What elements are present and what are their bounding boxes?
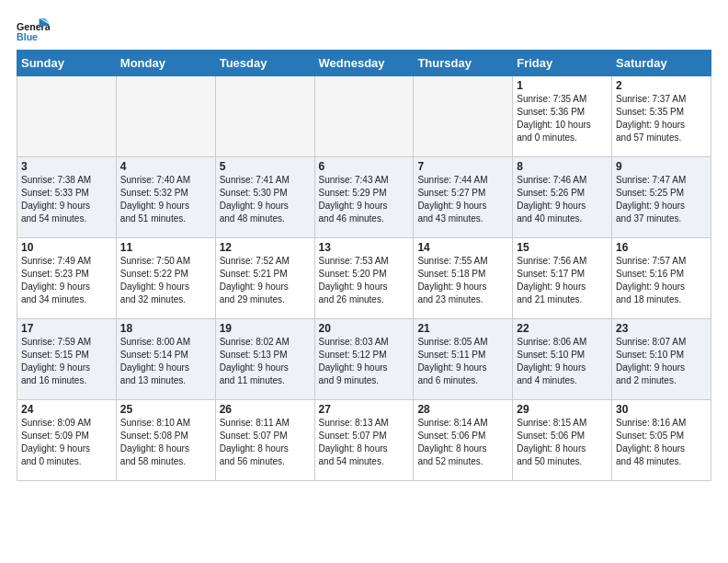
- day-info: Sunrise: 8:05 AM Sunset: 5:11 PM Dayligh…: [417, 336, 508, 387]
- calendar-cell: 5Sunrise: 7:41 AM Sunset: 5:30 PM Daylig…: [215, 157, 314, 238]
- calendar-cell: 25Sunrise: 8:10 AM Sunset: 5:08 PM Dayli…: [116, 400, 215, 481]
- calendar-week-row: 17Sunrise: 7:59 AM Sunset: 5:15 PM Dayli…: [17, 319, 711, 400]
- weekday-header: Friday: [513, 51, 612, 76]
- calendar-cell: [414, 76, 513, 157]
- calendar-cell: 15Sunrise: 7:56 AM Sunset: 5:17 PM Dayli…: [513, 238, 612, 319]
- calendar-cell: [215, 76, 314, 157]
- day-number: 23: [616, 322, 707, 335]
- day-number: 22: [517, 322, 608, 335]
- day-info: Sunrise: 7:59 AM Sunset: 5:15 PM Dayligh…: [21, 336, 112, 387]
- calendar-cell: [17, 76, 117, 157]
- day-number: 9: [616, 160, 707, 173]
- day-number: 25: [120, 403, 211, 416]
- day-info: Sunrise: 8:02 AM Sunset: 5:13 PM Dayligh…: [220, 336, 311, 387]
- weekday-header: Monday: [116, 51, 215, 76]
- calendar-cell: 1Sunrise: 7:35 AM Sunset: 5:36 PM Daylig…: [513, 76, 612, 157]
- day-number: 12: [220, 241, 311, 254]
- calendar-cell: 6Sunrise: 7:43 AM Sunset: 5:29 PM Daylig…: [314, 157, 414, 238]
- calendar-cell: 7Sunrise: 7:44 AM Sunset: 5:27 PM Daylig…: [414, 157, 513, 238]
- day-info: Sunrise: 7:50 AM Sunset: 5:22 PM Dayligh…: [120, 255, 211, 306]
- day-number: 10: [21, 241, 112, 254]
- calendar-cell: 12Sunrise: 7:52 AM Sunset: 5:21 PM Dayli…: [215, 238, 314, 319]
- calendar-cell: 13Sunrise: 7:53 AM Sunset: 5:20 PM Dayli…: [314, 238, 414, 319]
- day-info: Sunrise: 7:44 AM Sunset: 5:27 PM Dayligh…: [417, 174, 508, 225]
- day-number: 28: [417, 403, 508, 416]
- weekday-header: Saturday: [612, 51, 711, 76]
- day-number: 3: [21, 160, 112, 173]
- calendar-cell: 26Sunrise: 8:11 AM Sunset: 5:07 PM Dayli…: [215, 400, 314, 481]
- calendar-cell: 3Sunrise: 7:38 AM Sunset: 5:33 PM Daylig…: [17, 157, 117, 238]
- day-info: Sunrise: 7:47 AM Sunset: 5:25 PM Dayligh…: [616, 174, 707, 225]
- day-info: Sunrise: 8:15 AM Sunset: 5:06 PM Dayligh…: [517, 417, 608, 468]
- calendar-cell: 19Sunrise: 8:02 AM Sunset: 5:13 PM Dayli…: [215, 319, 314, 400]
- day-info: Sunrise: 7:52 AM Sunset: 5:21 PM Dayligh…: [220, 255, 311, 306]
- weekday-header: Thursday: [414, 51, 513, 76]
- calendar-week-row: 24Sunrise: 8:09 AM Sunset: 5:09 PM Dayli…: [17, 400, 711, 481]
- day-number: 26: [220, 403, 311, 416]
- calendar-week-row: 3Sunrise: 7:38 AM Sunset: 5:33 PM Daylig…: [17, 157, 711, 238]
- day-number: 29: [517, 403, 608, 416]
- day-number: 6: [319, 160, 410, 173]
- weekday-header: Sunday: [17, 51, 117, 76]
- day-number: 18: [120, 322, 211, 335]
- day-number: 24: [21, 403, 112, 416]
- day-info: Sunrise: 7:40 AM Sunset: 5:32 PM Dayligh…: [120, 174, 211, 225]
- calendar-cell: 10Sunrise: 7:49 AM Sunset: 5:23 PM Dayli…: [17, 238, 117, 319]
- calendar-cell: 2Sunrise: 7:37 AM Sunset: 5:35 PM Daylig…: [612, 76, 711, 157]
- day-info: Sunrise: 8:09 AM Sunset: 5:09 PM Dayligh…: [21, 417, 112, 468]
- day-info: Sunrise: 7:43 AM Sunset: 5:29 PM Dayligh…: [319, 174, 410, 225]
- day-info: Sunrise: 8:16 AM Sunset: 5:05 PM Dayligh…: [616, 417, 707, 468]
- day-number: 11: [120, 241, 211, 254]
- day-info: Sunrise: 8:11 AM Sunset: 5:07 PM Dayligh…: [220, 417, 311, 468]
- day-info: Sunrise: 8:06 AM Sunset: 5:10 PM Dayligh…: [517, 336, 608, 387]
- calendar-cell: 9Sunrise: 7:47 AM Sunset: 5:25 PM Daylig…: [612, 157, 711, 238]
- calendar-week-row: 10Sunrise: 7:49 AM Sunset: 5:23 PM Dayli…: [17, 238, 711, 319]
- calendar-cell: 30Sunrise: 8:16 AM Sunset: 5:05 PM Dayli…: [612, 400, 711, 481]
- day-number: 2: [616, 79, 707, 92]
- calendar-cell: 8Sunrise: 7:46 AM Sunset: 5:26 PM Daylig…: [513, 157, 612, 238]
- day-number: 16: [616, 241, 707, 254]
- day-info: Sunrise: 7:49 AM Sunset: 5:23 PM Dayligh…: [21, 255, 112, 306]
- calendar-cell: 14Sunrise: 7:55 AM Sunset: 5:18 PM Dayli…: [414, 238, 513, 319]
- weekday-header: Wednesday: [314, 51, 414, 76]
- day-number: 1: [517, 79, 608, 92]
- day-number: 14: [417, 241, 508, 254]
- calendar-cell: 21Sunrise: 8:05 AM Sunset: 5:11 PM Dayli…: [414, 319, 513, 400]
- calendar-cell: 17Sunrise: 7:59 AM Sunset: 5:15 PM Dayli…: [17, 319, 117, 400]
- calendar-cell: 20Sunrise: 8:03 AM Sunset: 5:12 PM Dayli…: [314, 319, 414, 400]
- day-number: 15: [517, 241, 608, 254]
- day-number: 19: [220, 322, 311, 335]
- calendar-cell: 4Sunrise: 7:40 AM Sunset: 5:32 PM Daylig…: [116, 157, 215, 238]
- calendar-table: SundayMondayTuesdayWednesdayThursdayFrid…: [17, 50, 711, 481]
- day-number: 7: [417, 160, 508, 173]
- day-info: Sunrise: 7:55 AM Sunset: 5:18 PM Dayligh…: [417, 255, 508, 306]
- day-info: Sunrise: 7:41 AM Sunset: 5:30 PM Dayligh…: [220, 174, 311, 225]
- calendar-cell: 11Sunrise: 7:50 AM Sunset: 5:22 PM Dayli…: [116, 238, 215, 319]
- calendar-header-row: SundayMondayTuesdayWednesdayThursdayFrid…: [17, 51, 711, 76]
- day-number: 17: [21, 322, 112, 335]
- day-info: Sunrise: 7:53 AM Sunset: 5:20 PM Dayligh…: [319, 255, 410, 306]
- calendar-cell: 24Sunrise: 8:09 AM Sunset: 5:09 PM Dayli…: [17, 400, 117, 481]
- day-info: Sunrise: 7:37 AM Sunset: 5:35 PM Dayligh…: [616, 93, 707, 144]
- calendar-cell: 18Sunrise: 8:00 AM Sunset: 5:14 PM Dayli…: [116, 319, 215, 400]
- day-number: 30: [616, 403, 707, 416]
- logo: General Blue: [17, 17, 53, 44]
- day-info: Sunrise: 7:56 AM Sunset: 5:17 PM Dayligh…: [517, 255, 608, 306]
- calendar-cell: 23Sunrise: 8:07 AM Sunset: 5:10 PM Dayli…: [612, 319, 711, 400]
- day-info: Sunrise: 8:14 AM Sunset: 5:06 PM Dayligh…: [417, 417, 508, 468]
- calendar-cell: 16Sunrise: 7:57 AM Sunset: 5:16 PM Dayli…: [612, 238, 711, 319]
- calendar-week-row: 1Sunrise: 7:35 AM Sunset: 5:36 PM Daylig…: [17, 76, 711, 157]
- calendar-cell: 27Sunrise: 8:13 AM Sunset: 5:07 PM Dayli…: [314, 400, 414, 481]
- day-number: 20: [319, 322, 410, 335]
- calendar-cell: 28Sunrise: 8:14 AM Sunset: 5:06 PM Dayli…: [414, 400, 513, 481]
- page: General Blue SundayMondayTuesdayWednesda…: [0, 0, 728, 490]
- header: General Blue: [17, 17, 711, 44]
- day-info: Sunrise: 8:13 AM Sunset: 5:07 PM Dayligh…: [319, 417, 410, 468]
- day-info: Sunrise: 8:03 AM Sunset: 5:12 PM Dayligh…: [319, 336, 410, 387]
- svg-text:Blue: Blue: [17, 31, 38, 42]
- calendar-cell: [314, 76, 414, 157]
- day-info: Sunrise: 7:57 AM Sunset: 5:16 PM Dayligh…: [616, 255, 707, 306]
- day-info: Sunrise: 8:07 AM Sunset: 5:10 PM Dayligh…: [616, 336, 707, 387]
- day-number: 8: [517, 160, 608, 173]
- logo-bird-icon: General Blue: [17, 17, 50, 44]
